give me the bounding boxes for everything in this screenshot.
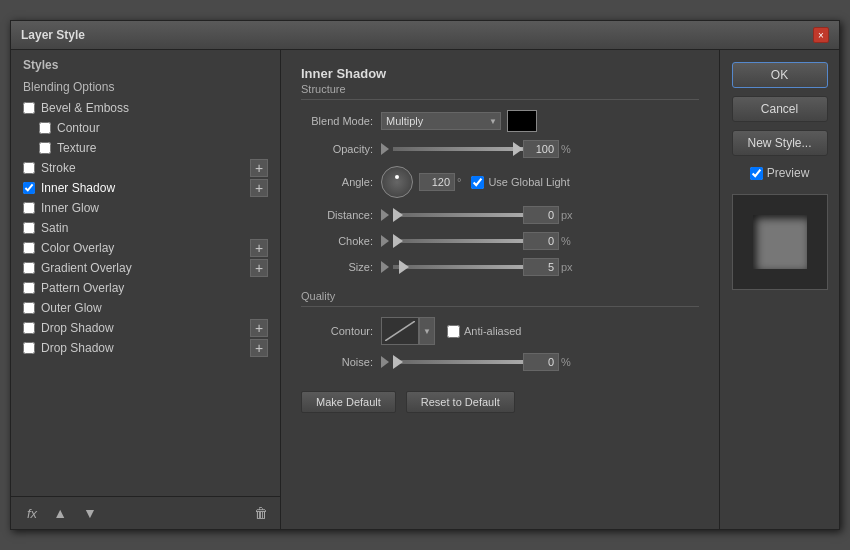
checkbox-drop-shadow-1[interactable] <box>23 322 35 334</box>
size-slider-wrap <box>381 261 523 273</box>
anti-aliased-wrap: Anti-aliased <box>447 325 521 338</box>
label-color-overlay: Color Overlay <box>41 241 268 255</box>
distance-input[interactable] <box>523 206 559 224</box>
choke-label: Choke: <box>301 235 381 247</box>
choke-input[interactable] <box>523 232 559 250</box>
checkbox-color-overlay[interactable] <box>23 242 35 254</box>
label-outer-glow: Outer Glow <box>41 301 268 315</box>
choke-slider-arrow[interactable] <box>381 235 389 247</box>
contour-preview[interactable] <box>381 317 419 345</box>
checkbox-bevel-emboss[interactable] <box>23 102 35 114</box>
add-btn-color-overlay[interactable]: + <box>250 239 268 257</box>
add-btn-drop-shadow-2[interactable]: + <box>250 339 268 357</box>
blend-mode-select[interactable]: Multiply Normal Screen Overlay <box>381 112 501 130</box>
checkbox-stroke[interactable] <box>23 162 35 174</box>
checkbox-outer-glow[interactable] <box>23 302 35 314</box>
opacity-slider-arrow[interactable] <box>381 143 389 155</box>
use-global-light-label: Use Global Light <box>488 176 569 188</box>
noise-input[interactable] <box>523 353 559 371</box>
dial-dot <box>395 175 399 179</box>
quality-subtitle: Quality <box>301 290 699 307</box>
checkbox-inner-shadow[interactable] <box>23 182 35 194</box>
style-item-stroke[interactable]: Stroke+ <box>11 158 280 178</box>
make-default-button[interactable]: Make Default <box>301 391 396 413</box>
add-btn-stroke[interactable]: + <box>250 159 268 177</box>
label-texture: Texture <box>57 141 268 155</box>
angle-input[interactable] <box>419 173 455 191</box>
blend-mode-select-wrap: Multiply Normal Screen Overlay <box>381 112 501 130</box>
distance-slider-arrow[interactable] <box>381 209 389 221</box>
ok-button[interactable]: OK <box>732 62 828 88</box>
label-pattern-overlay: Pattern Overlay <box>41 281 268 295</box>
add-btn-drop-shadow-1[interactable]: + <box>250 319 268 337</box>
opacity-slider[interactable] <box>393 147 523 151</box>
style-item-drop-shadow-2[interactable]: Drop Shadow+ <box>11 338 280 358</box>
style-item-inner-shadow[interactable]: Inner Shadow+ <box>11 178 280 198</box>
label-gradient-overlay: Gradient Overlay <box>41 261 268 275</box>
label-drop-shadow-2: Drop Shadow <box>41 341 268 355</box>
label-satin: Satin <box>41 221 268 235</box>
style-item-drop-shadow-1[interactable]: Drop Shadow+ <box>11 318 280 338</box>
label-inner-shadow: Inner Shadow <box>41 181 268 195</box>
use-global-light-checkbox[interactable] <box>471 176 484 189</box>
left-panel: Styles Blending Options Bevel & EmbossCo… <box>11 50 281 529</box>
checkbox-texture[interactable] <box>39 142 51 154</box>
style-item-gradient-overlay[interactable]: Gradient Overlay+ <box>11 258 280 278</box>
preview-checkbox[interactable] <box>750 167 763 180</box>
add-btn-inner-shadow[interactable]: + <box>250 179 268 197</box>
size-slider[interactable] <box>393 265 523 269</box>
noise-row: Noise: % <box>301 353 699 371</box>
checkbox-gradient-overlay[interactable] <box>23 262 35 274</box>
choke-slider[interactable] <box>393 239 523 243</box>
angle-unit: ° <box>457 176 461 188</box>
angle-dial[interactable] <box>381 166 413 198</box>
distance-unit: px <box>561 209 573 221</box>
checkbox-drop-shadow-2[interactable] <box>23 342 35 354</box>
distance-slider[interactable] <box>393 213 523 217</box>
structure-subtitle: Structure <box>301 83 699 100</box>
fx-button[interactable]: fx <box>23 504 41 523</box>
noise-slider-wrap <box>381 356 523 368</box>
dialog-title: Layer Style <box>21 28 85 42</box>
style-item-bevel-emboss[interactable]: Bevel & Emboss <box>11 98 280 118</box>
size-slider-arrow[interactable] <box>381 261 389 273</box>
style-item-outer-glow[interactable]: Outer Glow <box>11 298 280 318</box>
dialog-body: Styles Blending Options Bevel & EmbossCo… <box>11 50 839 529</box>
angle-row: Angle: ° Use Global Light <box>301 166 699 198</box>
noise-slider[interactable] <box>393 360 523 364</box>
checkbox-satin[interactable] <box>23 222 35 234</box>
reset-default-button[interactable]: Reset to Default <box>406 391 515 413</box>
color-swatch[interactable] <box>507 110 537 132</box>
style-item-pattern-overlay[interactable]: Pattern Overlay <box>11 278 280 298</box>
size-input[interactable] <box>523 258 559 276</box>
style-item-contour[interactable]: Contour <box>11 118 280 138</box>
opacity-slider-wrap <box>381 143 523 155</box>
preview-checkbox-wrap: Preview <box>750 166 810 180</box>
contour-dropdown-arrow[interactable]: ▼ <box>419 317 435 345</box>
right-panel: OK Cancel New Style... Preview <box>719 50 839 529</box>
opacity-row: Opacity: % <box>301 140 699 158</box>
anti-aliased-checkbox[interactable] <box>447 325 460 338</box>
opacity-input[interactable] <box>523 140 559 158</box>
checkbox-inner-glow[interactable] <box>23 202 35 214</box>
move-down-button[interactable]: ▼ <box>79 503 101 523</box>
checkbox-contour[interactable] <box>39 122 51 134</box>
move-up-button[interactable]: ▲ <box>49 503 71 523</box>
delete-button[interactable]: 🗑 <box>254 505 268 521</box>
new-style-button[interactable]: New Style... <box>732 130 828 156</box>
style-item-texture[interactable]: Texture <box>11 138 280 158</box>
noise-slider-arrow[interactable] <box>381 356 389 368</box>
preview-canvas <box>732 194 828 290</box>
label-stroke: Stroke <box>41 161 268 175</box>
distance-label: Distance: <box>301 209 381 221</box>
style-item-inner-glow[interactable]: Inner Glow <box>11 198 280 218</box>
style-item-satin[interactable]: Satin <box>11 218 280 238</box>
checkbox-pattern-overlay[interactable] <box>23 282 35 294</box>
cancel-button[interactable]: Cancel <box>732 96 828 122</box>
style-item-color-overlay[interactable]: Color Overlay+ <box>11 238 280 258</box>
blending-options-item[interactable]: Blending Options <box>11 76 280 98</box>
close-button[interactable]: × <box>813 27 829 43</box>
add-btn-gradient-overlay[interactable]: + <box>250 259 268 277</box>
contour-label: Contour: <box>301 325 381 337</box>
choke-unit: % <box>561 235 571 247</box>
